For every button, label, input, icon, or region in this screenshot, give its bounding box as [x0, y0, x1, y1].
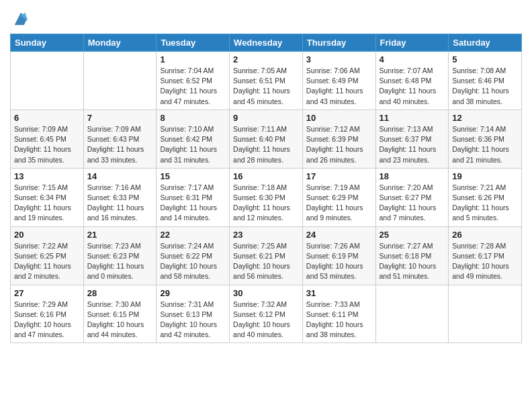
- day-number: 21: [87, 230, 153, 240]
- page-header: [10, 7, 522, 28]
- day-number: 22: [160, 230, 226, 240]
- day-number: 12: [452, 113, 518, 123]
- day-number: 30: [233, 288, 299, 298]
- day-number: 11: [380, 113, 445, 123]
- day-info: Sunrise: 7:08 AM Sunset: 6:46 PM Dayligh…: [452, 66, 518, 107]
- day-number: 9: [233, 113, 299, 123]
- calendar-cell: 29Sunrise: 7:31 AM Sunset: 6:13 PM Dayli…: [157, 285, 230, 343]
- day-number: 2: [233, 54, 299, 64]
- day-number: 14: [87, 171, 153, 181]
- calendar-week-5: 27Sunrise: 7:29 AM Sunset: 6:16 PM Dayli…: [11, 285, 522, 343]
- calendar-cell: 17Sunrise: 7:19 AM Sunset: 6:29 PM Dayli…: [302, 168, 375, 226]
- day-header-thursday: Thursday: [302, 34, 375, 52]
- calendar-cell: 2Sunrise: 7:05 AM Sunset: 6:51 PM Daylig…: [230, 52, 303, 110]
- day-info: Sunrise: 7:16 AM Sunset: 6:33 PM Dayligh…: [87, 183, 153, 224]
- calendar-cell: 14Sunrise: 7:16 AM Sunset: 6:33 PM Dayli…: [83, 168, 157, 226]
- day-info: Sunrise: 7:25 AM Sunset: 6:21 PM Dayligh…: [233, 241, 299, 282]
- calendar-table: SundayMondayTuesdayWednesdayThursdayFrid…: [10, 34, 522, 343]
- day-info: Sunrise: 7:18 AM Sunset: 6:30 PM Dayligh…: [233, 183, 299, 224]
- day-info: Sunrise: 7:06 AM Sunset: 6:49 PM Dayligh…: [306, 66, 372, 107]
- calendar-cell: 12Sunrise: 7:14 AM Sunset: 6:36 PM Dayli…: [449, 109, 522, 168]
- day-info: Sunrise: 7:07 AM Sunset: 6:48 PM Dayligh…: [380, 66, 445, 107]
- day-number: 24: [306, 230, 372, 240]
- calendar-cell: 31Sunrise: 7:33 AM Sunset: 6:11 PM Dayli…: [302, 285, 375, 343]
- day-info: Sunrise: 7:12 AM Sunset: 6:39 PM Dayligh…: [306, 124, 372, 165]
- day-number: 28: [87, 288, 153, 298]
- calendar-cell: 18Sunrise: 7:20 AM Sunset: 6:27 PM Dayli…: [375, 168, 449, 226]
- day-number: 18: [380, 171, 445, 181]
- calendar-cell: 19Sunrise: 7:21 AM Sunset: 6:26 PM Dayli…: [449, 168, 522, 226]
- day-number: 1: [160, 54, 226, 64]
- day-info: Sunrise: 7:33 AM Sunset: 6:11 PM Dayligh…: [306, 300, 372, 340]
- day-number: 3: [306, 54, 372, 64]
- day-number: 31: [306, 288, 372, 298]
- day-info: Sunrise: 7:17 AM Sunset: 6:31 PM Dayligh…: [160, 183, 226, 224]
- day-number: 5: [452, 54, 518, 64]
- day-info: Sunrise: 7:26 AM Sunset: 6:19 PM Dayligh…: [306, 241, 372, 282]
- day-number: 19: [452, 171, 518, 181]
- day-info: Sunrise: 7:31 AM Sunset: 6:13 PM Dayligh…: [160, 300, 226, 340]
- day-info: Sunrise: 7:24 AM Sunset: 6:22 PM Dayligh…: [160, 241, 226, 282]
- day-info: Sunrise: 7:22 AM Sunset: 6:25 PM Dayligh…: [14, 241, 80, 282]
- calendar-cell: 11Sunrise: 7:13 AM Sunset: 6:37 PM Dayli…: [375, 109, 449, 168]
- day-number: 25: [380, 230, 445, 240]
- calendar-cell: 20Sunrise: 7:22 AM Sunset: 6:25 PM Dayli…: [11, 226, 84, 285]
- day-info: Sunrise: 7:15 AM Sunset: 6:34 PM Dayligh…: [14, 183, 80, 224]
- calendar-week-1: 1Sunrise: 7:04 AM Sunset: 6:52 PM Daylig…: [11, 52, 522, 110]
- calendar-cell: 4Sunrise: 7:07 AM Sunset: 6:48 PM Daylig…: [375, 52, 449, 110]
- day-number: 17: [306, 171, 372, 181]
- day-number: 20: [14, 230, 80, 240]
- day-header-saturday: Saturday: [449, 34, 522, 52]
- day-number: 6: [14, 113, 80, 123]
- day-info: Sunrise: 7:20 AM Sunset: 6:27 PM Dayligh…: [380, 183, 445, 224]
- calendar-cell: 30Sunrise: 7:32 AM Sunset: 6:12 PM Dayli…: [230, 285, 303, 343]
- day-info: Sunrise: 7:11 AM Sunset: 6:40 PM Dayligh…: [233, 124, 299, 165]
- day-info: Sunrise: 7:27 AM Sunset: 6:18 PM Dayligh…: [380, 241, 445, 282]
- calendar-cell: [11, 52, 84, 110]
- calendar-cell: 6Sunrise: 7:09 AM Sunset: 6:45 PM Daylig…: [11, 109, 84, 168]
- day-number: 27: [14, 288, 80, 298]
- calendar-cell: 16Sunrise: 7:18 AM Sunset: 6:30 PM Dayli…: [230, 168, 303, 226]
- day-number: 15: [160, 171, 226, 181]
- day-number: 26: [452, 230, 518, 240]
- calendar-cell: 15Sunrise: 7:17 AM Sunset: 6:31 PM Dayli…: [157, 168, 230, 226]
- calendar-cell: 9Sunrise: 7:11 AM Sunset: 6:40 PM Daylig…: [230, 109, 303, 168]
- day-info: Sunrise: 7:32 AM Sunset: 6:12 PM Dayligh…: [233, 300, 299, 340]
- day-number: 29: [160, 288, 226, 298]
- day-info: Sunrise: 7:21 AM Sunset: 6:26 PM Dayligh…: [452, 183, 518, 224]
- day-info: Sunrise: 7:19 AM Sunset: 6:29 PM Dayligh…: [306, 183, 372, 224]
- calendar-cell: 1Sunrise: 7:04 AM Sunset: 6:52 PM Daylig…: [157, 52, 230, 110]
- day-number: 10: [306, 113, 372, 123]
- day-number: 16: [233, 171, 299, 181]
- calendar-week-3: 13Sunrise: 7:15 AM Sunset: 6:34 PM Dayli…: [11, 168, 522, 226]
- calendar-cell: 8Sunrise: 7:10 AM Sunset: 6:42 PM Daylig…: [157, 109, 230, 168]
- day-header-monday: Monday: [83, 34, 157, 52]
- calendar-cell: 23Sunrise: 7:25 AM Sunset: 6:21 PM Dayli…: [230, 226, 303, 285]
- day-number: 23: [233, 230, 299, 240]
- day-number: 8: [160, 113, 226, 123]
- calendar-cell: [83, 52, 157, 110]
- day-info: Sunrise: 7:04 AM Sunset: 6:52 PM Dayligh…: [160, 66, 226, 107]
- day-header-friday: Friday: [375, 34, 449, 52]
- day-info: Sunrise: 7:13 AM Sunset: 6:37 PM Dayligh…: [380, 124, 445, 165]
- calendar-cell: 22Sunrise: 7:24 AM Sunset: 6:22 PM Dayli…: [157, 226, 230, 285]
- calendar-cell: 24Sunrise: 7:26 AM Sunset: 6:19 PM Dayli…: [302, 226, 375, 285]
- day-info: Sunrise: 7:14 AM Sunset: 6:36 PM Dayligh…: [452, 124, 518, 165]
- calendar-cell: 3Sunrise: 7:06 AM Sunset: 6:49 PM Daylig…: [302, 52, 375, 110]
- day-info: Sunrise: 7:05 AM Sunset: 6:51 PM Dayligh…: [233, 66, 299, 107]
- calendar-cell: 13Sunrise: 7:15 AM Sunset: 6:34 PM Dayli…: [11, 168, 84, 226]
- calendar-cell: [375, 285, 449, 343]
- calendar-cell: 25Sunrise: 7:27 AM Sunset: 6:18 PM Dayli…: [375, 226, 449, 285]
- logo-icon: [11, 9, 30, 28]
- day-header-tuesday: Tuesday: [157, 34, 230, 52]
- day-number: 4: [380, 54, 445, 64]
- day-info: Sunrise: 7:23 AM Sunset: 6:23 PM Dayligh…: [87, 241, 153, 282]
- calendar-cell: 5Sunrise: 7:08 AM Sunset: 6:46 PM Daylig…: [449, 52, 522, 110]
- calendar-cell: 27Sunrise: 7:29 AM Sunset: 6:16 PM Dayli…: [11, 285, 84, 343]
- day-info: Sunrise: 7:09 AM Sunset: 6:43 PM Dayligh…: [87, 124, 153, 165]
- day-info: Sunrise: 7:10 AM Sunset: 6:42 PM Dayligh…: [160, 124, 226, 165]
- day-number: 7: [87, 113, 153, 123]
- calendar-cell: 26Sunrise: 7:28 AM Sunset: 6:17 PM Dayli…: [449, 226, 522, 285]
- calendar-cell: [449, 285, 522, 343]
- calendar-cell: 7Sunrise: 7:09 AM Sunset: 6:43 PM Daylig…: [83, 109, 157, 168]
